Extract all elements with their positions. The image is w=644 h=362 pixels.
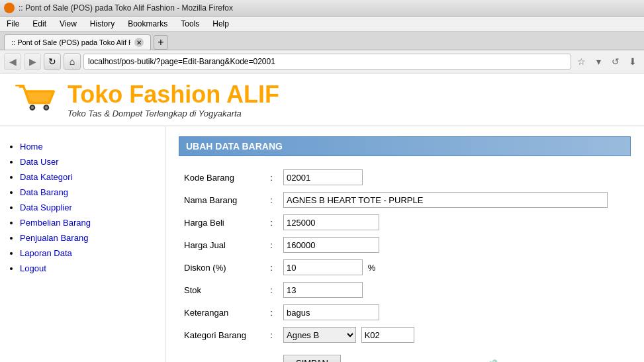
browser-menubar: File Edit View History Bookmarks Tools H…	[0, 17, 644, 32]
colon-kategori: :	[265, 324, 278, 346]
sidebar: Home Data User Data Kategori Data Barang…	[0, 126, 165, 362]
new-tab-button[interactable]: +	[154, 35, 168, 50]
row-harga-beli: Harga Beli :	[179, 211, 631, 234]
star-dropdown-icon[interactable]: ▾	[591, 54, 606, 69]
label-kategori: Kategori Barang	[179, 324, 265, 346]
colon-keterangan: :	[265, 301, 278, 324]
tab-label: :: Pont of Sale (POS) pada Toko Alif Fas…	[11, 38, 130, 46]
url-bar[interactable]	[83, 54, 571, 69]
label-nama-barang: Nama Barang	[179, 189, 265, 211]
keterangan-input[interactable]	[283, 304, 379, 320]
row-keterangan: Keterangan :	[179, 301, 631, 324]
persen-label: %	[368, 263, 376, 273]
forward-button[interactable]: ▶	[24, 53, 41, 70]
input-cell-keterangan	[278, 301, 631, 324]
sidebar-link-home[interactable]: Home	[20, 142, 43, 152]
browser-titlebar: :: Pont of Sale (POS) pada Toko Alif Fas…	[0, 0, 644, 17]
page-wrapper: Toko Fashion ALIF Toko Tas & Dompet Terl…	[0, 73, 644, 362]
sidebar-link-data-user[interactable]: Data User	[20, 157, 59, 167]
colon-kode: :	[265, 166, 278, 189]
sidebar-nav: Home Data User Data Kategori Data Barang…	[7, 142, 158, 273]
reload-icon[interactable]: ↺	[608, 54, 623, 69]
sidebar-link-data-supplier[interactable]: Data Supplier	[20, 203, 72, 212]
menu-history[interactable]: History	[87, 18, 117, 30]
sidebar-item-home[interactable]: Home	[20, 142, 158, 152]
input-cell-nama	[278, 189, 631, 211]
harga-beli-input[interactable]	[283, 214, 379, 230]
section-title: UBAH DATA BARANG	[179, 136, 631, 156]
menu-help[interactable]: Help	[210, 18, 232, 30]
edit-barang-form: Kode Barang : Nama Barang :	[179, 166, 631, 362]
colon-harga-beli: :	[265, 211, 278, 234]
site-title: Toko Fashion ALIF	[68, 81, 279, 109]
input-cell-kode	[278, 166, 631, 189]
download-icon[interactable]: ⬇	[625, 54, 640, 69]
row-stok: Stok :	[179, 279, 631, 301]
home-button[interactable]: ⌂	[64, 53, 81, 70]
main-content: UBAH DATA BARANG Kode Barang : Nama Bara…	[165, 126, 644, 362]
colon-stok: :	[265, 279, 278, 301]
label-kode-barang: Kode Barang	[179, 166, 265, 189]
simpan-button[interactable]: SIMPAN	[283, 355, 341, 362]
row-kategori: Kategori Barang : Agnes B Guess Coach	[179, 324, 631, 346]
label-diskon: Diskon (%)	[179, 256, 265, 279]
colon-harga-jual: :	[265, 234, 278, 256]
sidebar-link-logout[interactable]: Logout	[20, 263, 46, 273]
input-cell-stok	[278, 279, 631, 301]
star-icon[interactable]: ☆	[574, 54, 588, 69]
label-stok: Stok	[179, 279, 265, 301]
browser-icon	[4, 3, 15, 13]
site-header: Toko Fashion ALIF Toko Tas & Dompet Terl…	[0, 73, 644, 126]
browser-tab-active[interactable]: :: Pont of Sale (POS) pada Toko Alif Fas…	[4, 34, 151, 50]
kode-barang-input[interactable]	[283, 169, 363, 185]
kategori-select[interactable]: Agnes B Guess Coach	[283, 327, 356, 343]
sidebar-link-laporan-data[interactable]: Laporan Data	[20, 248, 72, 258]
svg-point-3	[45, 106, 48, 109]
sidebar-item-laporan-data[interactable]: Laporan Data	[20, 248, 158, 258]
sidebar-item-pembelian-barang[interactable]: Pembelian Barang	[20, 218, 158, 228]
sidebar-item-penjualan-barang[interactable]: Penjualan Barang	[20, 233, 158, 243]
kode-kategori-input[interactable]	[361, 327, 414, 343]
input-cell-diskon: %	[278, 256, 631, 279]
sidebar-item-data-supplier[interactable]: Data Supplier	[20, 203, 158, 212]
back-button[interactable]: ◀	[4, 53, 21, 70]
harga-jual-input[interactable]	[283, 237, 379, 253]
cart-icon	[13, 80, 60, 118]
stok-input[interactable]	[283, 282, 363, 298]
content-area: Home Data User Data Kategori Data Barang…	[0, 126, 644, 362]
menu-bookmarks[interactable]: Bookmarks	[125, 18, 170, 30]
sidebar-link-data-barang[interactable]: Data Barang	[20, 187, 68, 197]
reload-button[interactable]: ↻	[44, 53, 61, 70]
menu-view[interactable]: View	[57, 18, 79, 30]
input-cell-harga-jual	[278, 234, 631, 256]
site-subtitle: Toko Tas & Dompet Terlengkap di Yogyakar…	[68, 109, 279, 118]
colon-nama: :	[265, 189, 278, 211]
browser-navbar: ◀ ▶ ↻ ⌂ ☆ ▾ ↺ ⬇	[0, 50, 644, 73]
label-harga-beli: Harga Beli	[179, 211, 265, 234]
row-harga-jual: Harga Jual :	[179, 234, 631, 256]
sidebar-link-pembelian-barang[interactable]: Pembelian Barang	[20, 218, 91, 228]
input-cell-harga-beli	[278, 211, 631, 234]
browser-title: :: Pont of Sale (POS) pada Toko Alif Fas…	[19, 3, 233, 13]
tab-close-button[interactable]: ✕	[134, 38, 144, 47]
sidebar-item-data-kategori[interactable]: Data Kategori	[20, 172, 158, 182]
browser-tabs: :: Pont of Sale (POS) pada Toko Alif Fas…	[0, 32, 644, 50]
menu-tools[interactable]: Tools	[178, 18, 202, 30]
form-table: Kode Barang : Nama Barang :	[179, 166, 631, 362]
sidebar-link-penjualan-barang[interactable]: Penjualan Barang	[20, 233, 88, 243]
label-keterangan: Keterangan	[179, 301, 265, 324]
menu-edit[interactable]: Edit	[30, 18, 49, 30]
logo-area: Toko Fashion ALIF Toko Tas & Dompet Terl…	[13, 80, 279, 118]
colon-diskon: :	[265, 256, 278, 279]
nama-barang-input[interactable]	[283, 192, 608, 208]
sidebar-item-data-user[interactable]: Data User	[20, 157, 158, 167]
menu-file[interactable]: File	[4, 18, 22, 30]
row-kode-barang: Kode Barang :	[179, 166, 631, 189]
row-diskon: Diskon (%) : %	[179, 256, 631, 279]
diskon-input[interactable]	[283, 259, 363, 275]
sidebar-item-logout[interactable]: Logout	[20, 263, 158, 273]
svg-point-2	[31, 106, 34, 109]
sidebar-link-data-kategori[interactable]: Data Kategori	[20, 172, 73, 182]
sidebar-item-data-barang[interactable]: Data Barang	[20, 187, 158, 197]
row-submit: SIMPAN	[179, 346, 631, 362]
